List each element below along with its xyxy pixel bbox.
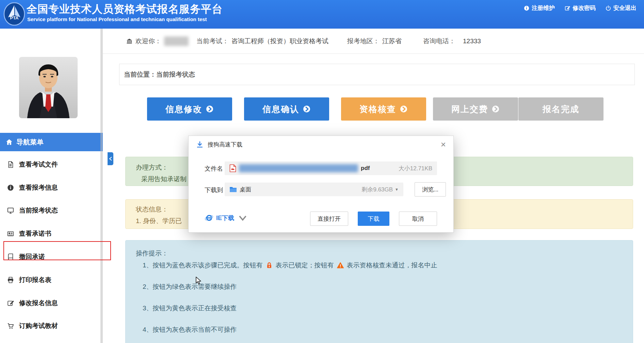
info-circle-icon <box>524 5 530 11</box>
step-info-confirm-button[interactable]: 信息确认 <box>244 97 329 121</box>
download-button[interactable]: 下载 <box>358 212 389 226</box>
breadcrumb: 当前位置： 当前报考状态 <box>119 64 635 85</box>
free-space-value: 剩余9.63GB <box>361 186 393 193</box>
user-photo <box>19 57 78 118</box>
sidebar-item-label: 当前报考状态 <box>19 206 58 215</box>
monitor-icon <box>7 207 14 214</box>
app-header: PTA 全国专业技术人员资格考试报名服务平台 Service platform … <box>0 0 644 29</box>
sidebar-item-order-textbooks[interactable]: 订购考试教材 <box>0 318 103 333</box>
printer-icon <box>7 276 14 284</box>
pta-logo-icon: PTA <box>3 2 25 26</box>
tips-line-2: 2、按钮为绿色表示需要继续操作 <box>143 282 237 291</box>
warning-icon <box>337 262 344 269</box>
header-links: 注册维护 修改密码 安全退出 <box>524 4 637 12</box>
destination-field[interactable]: 桌面 剩余9.63GB ▼ <box>225 183 403 196</box>
exam-label: 当前考试： <box>196 37 229 46</box>
sidebar-item-label: 查看报考信息 <box>19 183 58 192</box>
sidebar: 导航菜单 查看考试文件 查看报考信息 当前报考状态 查看承诺书 撤回承诺 打印报… <box>0 29 103 343</box>
exam-value: 咨询工程师（投资）职业资格考试 <box>231 37 328 46</box>
svg-text:PTA: PTA <box>10 15 19 20</box>
green-notice-body: 采用告知承诺制 <box>141 175 187 184</box>
mouse-cursor <box>195 277 203 285</box>
region-value: 江苏省 <box>382 37 402 46</box>
yellow-notice-body: 1. 身份、学历已 <box>136 217 182 225</box>
screen: PTA 全国专业技术人员资格考试报名服务平台 Service platform … <box>0 0 644 343</box>
step-registration-complete-button[interactable]: 报名完成 <box>518 97 603 121</box>
download-icon <box>196 141 204 149</box>
welcome-bar: 欢迎你： 当前考试：咨询工程师（投资）职业资格考试 报考地区：江苏省 咨询电话：… <box>103 29 644 54</box>
tips-box: 操作提示： 1、按钮为蓝色表示该步骤已完成。按钮有 表示已锁定；按钮有 表示资格… <box>125 240 633 343</box>
sidebar-item-label: 打印报名表 <box>19 276 51 284</box>
site-subtitle: Service platform for National Profession… <box>27 16 207 22</box>
arrow-circle-right-icon <box>492 105 500 113</box>
bank-icon <box>126 38 133 45</box>
sidebar-item-label: 查看承诺书 <box>19 229 51 238</box>
print-form-highlight-box <box>3 241 111 260</box>
arrow-circle-right-icon <box>206 105 214 113</box>
tips-line1-post: 表示资格核查未通过，报名中止 <box>347 261 437 270</box>
destination-folder: 桌面 <box>240 186 251 193</box>
dialog-title: 搜狗高速下载 <box>196 141 242 149</box>
register-maintain-link[interactable]: 注册维护 <box>524 4 555 12</box>
sidebar-item-label: 查看考试文件 <box>19 160 58 169</box>
step-label: 信息修改 <box>165 104 202 115</box>
tips-line-1: 1、按钮为蓝色表示该步骤已完成。按钮有 表示已锁定；按钮有 表示资格核查未通过，… <box>143 261 437 270</box>
phone-value: 12333 <box>463 37 481 45</box>
edit-icon <box>7 299 14 307</box>
destination-label: 下载到 <box>205 186 223 194</box>
logout-link[interactable]: 安全退出 <box>605 4 637 12</box>
region-label: 报考地区： <box>347 37 380 46</box>
step-online-payment-button[interactable]: 网上交费 <box>433 97 518 121</box>
home-icon <box>5 138 13 146</box>
sidebar-scrollbar[interactable] <box>100 29 102 343</box>
info-circle-icon <box>7 184 14 191</box>
sidebar-item-print-form[interactable]: 打印报名表 <box>0 272 103 287</box>
edit-icon <box>564 5 570 11</box>
phone-label: 咨询电话： <box>423 37 455 46</box>
breadcrumb-current: 当前报考状态 <box>156 70 195 79</box>
filename-label: 文件名 <box>205 165 223 173</box>
arrow-circle-right-icon <box>303 105 311 113</box>
tips-title: 操作提示： <box>136 249 168 258</box>
cancel-button[interactable]: 取消 <box>399 212 437 226</box>
filename-field[interactable]: pdf 大小12.71KB <box>225 161 437 175</box>
nav-menu-header: 导航菜单 <box>0 133 103 151</box>
tips-line1-pre: 1、按钮为蓝色表示该步骤已完成。按钮有 <box>143 261 263 270</box>
redacted-username <box>164 36 189 46</box>
newspaper-icon <box>7 230 14 237</box>
sogou-download-dialog: 搜狗高速下载 × 文件名 pdf 大小12.71KB 下载到 桌面 剩余9.63… <box>188 136 454 233</box>
close-icon[interactable]: × <box>439 139 447 150</box>
document-icon <box>7 161 14 168</box>
pdf-file-icon <box>229 164 236 172</box>
open-directly-button[interactable]: 直接打开 <box>310 212 348 226</box>
tips-line1-mid: 表示已锁定；按钮有 <box>276 261 334 270</box>
sidebar-item-commitment-letter[interactable]: 查看承诺书 <box>0 226 103 241</box>
sidebar-item-exam-files[interactable]: 查看考试文件 <box>0 157 103 172</box>
cart-icon <box>7 322 14 330</box>
step-qualification-check-button[interactable]: 资格核查 <box>341 97 426 121</box>
browse-button[interactable]: 浏览... <box>415 182 446 197</box>
welcome-greeting: 欢迎你： <box>126 29 189 54</box>
sidebar-collapse-tab[interactable] <box>108 152 113 165</box>
logout-label: 安全退出 <box>613 4 637 12</box>
sidebar-item-edit-application[interactable]: 修改报名信息 <box>0 296 103 311</box>
folder-icon <box>229 186 237 192</box>
greeting-label: 欢迎你： <box>135 37 161 46</box>
chevron-down-icon <box>238 214 247 222</box>
step-label: 报名完成 <box>543 104 579 115</box>
sidebar-item-current-status[interactable]: 当前报考状态 <box>0 203 103 218</box>
filename-extension: pdf <box>361 165 370 172</box>
change-password-label: 修改密码 <box>573 4 596 12</box>
tips-line-3: 3、按钮为黄色表示正在接受核查 <box>143 304 237 313</box>
change-password-link[interactable]: 修改密码 <box>564 4 596 12</box>
chevron-left-icon <box>109 157 112 161</box>
sidebar-item-label: 订购考试教材 <box>19 322 58 330</box>
step-label: 网上交费 <box>451 104 488 115</box>
chevron-down-icon[interactable]: ▼ <box>395 187 399 191</box>
nav-menu-label: 导航菜单 <box>16 138 44 147</box>
ie-download-dropdown[interactable]: IE下载 <box>205 214 247 222</box>
sidebar-item-application-info[interactable]: 查看报考信息 <box>0 180 103 195</box>
sidebar-item-label: 修改报名信息 <box>19 299 58 308</box>
step-info-edit-button[interactable]: 信息修改 <box>147 97 232 121</box>
site-title: 全国专业技术人员资格考试报名服务平台 <box>27 2 223 16</box>
